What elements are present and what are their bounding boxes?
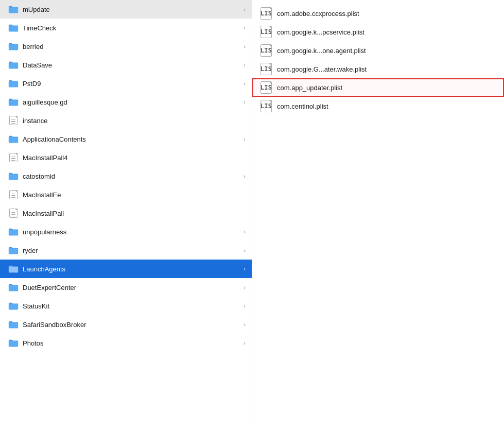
list-item[interactable]: Photos› (0, 334, 252, 352)
plist-icon: PLIST (260, 81, 272, 94)
list-item[interactable]: berried› (0, 37, 252, 56)
list-item[interactable]: SafariSandboxBroker› (0, 315, 252, 334)
folder-icon (8, 41, 19, 51)
list-item[interactable]: aiguillesque.gd› (0, 93, 252, 111)
plist-icon: PLIST (260, 26, 272, 38)
list-item[interactable]: catostomid› (0, 167, 252, 185)
file-icon (8, 208, 19, 218)
folder-icon (8, 264, 19, 274)
file-icon (8, 152, 19, 163)
chevron-icon: › (244, 136, 246, 142)
folder-icon (8, 319, 19, 330)
list-item[interactable]: DataSave› (0, 56, 252, 74)
plist-item[interactable]: PLISTcom.app_updater.plist (252, 78, 504, 97)
list-item[interactable]: LaunchAgents› (0, 260, 252, 278)
plist-item[interactable]: PLISTcom.adobe.ccxprocess.plist (252, 4, 504, 23)
list-item[interactable]: StatusKit› (0, 297, 252, 315)
folder-icon (8, 134, 19, 144)
item-label: ryder (23, 247, 244, 254)
list-item[interactable]: unpopularness› (0, 222, 252, 241)
plist-item[interactable]: PLISTcom.google.k...one.agent.plist (252, 41, 504, 60)
right-column: PLISTcom.adobe.ccxprocess.plistPLISTcom.… (252, 0, 504, 430)
folder-icon (8, 78, 19, 89)
folder-icon (8, 282, 19, 293)
plist-row-label: com.app_updater.plist (277, 84, 342, 92)
folder-icon (8, 171, 19, 181)
list-item[interactable]: TimeCheck› (0, 19, 252, 37)
folder-icon (8, 4, 19, 14)
chevron-icon: › (244, 99, 246, 105)
plist-item[interactable]: PLISTcom.centinol.plist (252, 97, 504, 115)
item-label: MacInstallPall4 (23, 154, 246, 162)
item-label: PstD9 (23, 80, 244, 88)
file-icon (8, 115, 19, 126)
item-label: StatusKit (23, 302, 244, 310)
chevron-icon: › (244, 25, 246, 31)
list-item[interactable]: ryder› (0, 241, 252, 260)
item-label: mUpdate (23, 6, 244, 13)
item-label: MacInstallPall (23, 210, 246, 217)
folder-icon (8, 301, 19, 311)
list-item[interactable]: ApplicationaContents› (0, 130, 252, 148)
chevron-icon: › (244, 247, 246, 253)
list-item[interactable]: instance (0, 111, 252, 130)
plist-icon: PLIST (260, 44, 272, 57)
folder-icon (8, 60, 19, 70)
item-label: berried (23, 43, 244, 50)
item-label: unpopularness (23, 228, 244, 236)
plist-icon: PLIST (260, 7, 272, 20)
finder-window: mUpdate› TimeCheck› berried› DataSave› P… (0, 0, 504, 430)
item-label: instance (23, 117, 246, 125)
folder-icon (8, 245, 19, 255)
list-item[interactable]: MacInstallPall (0, 204, 252, 222)
item-label: MacInstallEe (23, 191, 246, 199)
item-label: LaunchAgents (23, 265, 244, 273)
plist-icon: PLIST (260, 100, 272, 112)
item-label: TimeCheck (23, 24, 244, 32)
item-label: DataSave (23, 61, 244, 69)
chevron-icon: › (244, 284, 246, 290)
chevron-icon: › (244, 6, 246, 12)
item-label: DuetExpertCenter (23, 284, 244, 291)
chevron-icon: › (244, 340, 246, 346)
chevron-icon: › (244, 303, 246, 309)
plist-icon: PLIST (260, 63, 272, 75)
list-item[interactable]: DuetExpertCenter› (0, 278, 252, 297)
folder-icon (8, 227, 19, 237)
plist-item[interactable]: PLISTcom.google.k...pcservice.plist (252, 23, 504, 41)
plist-item[interactable]: PLISTcom.google.G...ater.wake.plist (252, 60, 504, 78)
plist-row-label: com.google.k...one.agent.plist (277, 47, 366, 55)
plist-row-label: com.adobe.ccxprocess.plist (277, 10, 359, 18)
plist-row-label: com.google.k...pcservice.plist (277, 28, 364, 36)
plist-row-label: com.google.G...ater.wake.plist (277, 65, 367, 73)
list-item[interactable]: PstD9› (0, 74, 252, 93)
chevron-icon: › (244, 173, 246, 179)
item-label: Photos (23, 339, 244, 347)
chevron-icon: › (244, 62, 246, 68)
list-item[interactable]: MacInstallEe (0, 185, 252, 204)
chevron-icon: › (244, 229, 246, 235)
chevron-icon: › (244, 266, 246, 272)
item-label: aiguillesque.gd (23, 98, 244, 106)
left-column: mUpdate› TimeCheck› berried› DataSave› P… (0, 0, 252, 430)
folder-icon (8, 97, 19, 107)
chevron-icon: › (244, 321, 246, 328)
folder-icon (8, 23, 19, 33)
item-label: catostomid (23, 173, 244, 180)
list-item[interactable]: MacInstallPall4 (0, 148, 252, 167)
folder-icon (8, 338, 19, 348)
file-icon (8, 190, 19, 200)
plist-row-label: com.centinol.plist (277, 102, 328, 110)
chevron-icon: › (244, 80, 246, 87)
list-item[interactable]: mUpdate› (0, 0, 252, 19)
chevron-icon: › (244, 43, 246, 49)
item-label: ApplicationaContents (23, 135, 244, 143)
item-label: SafariSandboxBroker (23, 321, 244, 329)
